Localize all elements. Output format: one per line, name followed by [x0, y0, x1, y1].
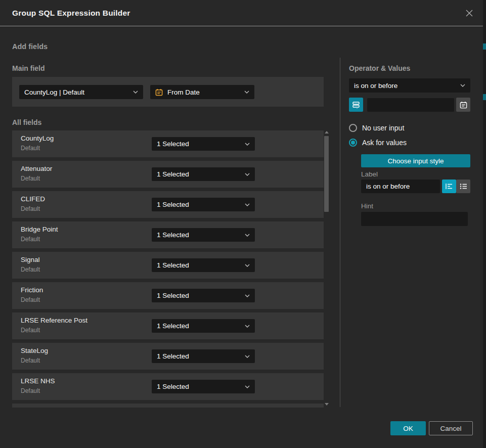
- field-name: CountyLog: [21, 135, 54, 142]
- cancel-button[interactable]: Cancel: [429, 421, 473, 435]
- field-selection-select[interactable]: 1 Selected: [152, 258, 255, 272]
- main-layer-select-value: CountyLog | Default: [24, 88, 84, 96]
- field-selection-value: 1 Selected: [157, 383, 189, 390]
- field-selection-select[interactable]: 1 Selected: [152, 380, 255, 393]
- radio-no-user-input[interactable]: No user input: [349, 124, 404, 132]
- main-field-panel: CountyLog | Default From Date: [12, 77, 324, 107]
- set-values-icon: [352, 101, 360, 109]
- background-accent-mark: [483, 43, 486, 50]
- radio-no-user-input-label: No user input: [362, 124, 404, 132]
- close-icon: [465, 9, 473, 17]
- scrollbar-thumb[interactable]: [324, 136, 329, 212]
- field-sublabel: Default: [21, 387, 40, 394]
- list-style-button[interactable]: [456, 180, 470, 193]
- field-name: Friction: [21, 286, 43, 294]
- list-scrollbar[interactable]: [324, 130, 329, 407]
- dialog-header: Group SQL Expression Builder: [0, 0, 483, 26]
- field-name: Signal: [21, 256, 40, 263]
- radio-checked-icon: [349, 139, 357, 147]
- label-input[interactable]: [361, 180, 440, 193]
- field-sublabel: Default: [21, 327, 40, 334]
- field-row: CLIFED Default 1 Selected: [12, 191, 324, 218]
- field-name: CLIFED: [21, 195, 45, 203]
- chevron-down-icon: [245, 355, 250, 358]
- field-sublabel: Default: [21, 266, 40, 273]
- field-name: StateLog: [21, 347, 48, 354]
- chevron-down-icon: [245, 264, 250, 267]
- main-layer-select[interactable]: CountyLog | Default: [19, 85, 143, 99]
- calendar-icon: [460, 101, 467, 109]
- single-line-style-icon: [446, 183, 453, 190]
- background-accent-mark: [483, 94, 486, 100]
- radio-ask-for-values-label: Ask for values: [362, 139, 407, 147]
- field-selection-select[interactable]: 1 Selected: [152, 137, 255, 151]
- chevron-down-icon: [133, 91, 138, 94]
- field-row: StateLog Default 1 Selected: [12, 343, 324, 370]
- set-values-button[interactable]: [349, 98, 363, 112]
- field-name: LRSE NHS: [21, 377, 55, 385]
- field-selection-select[interactable]: 1 Selected: [152, 319, 255, 333]
- main-field-select-value: From Date: [167, 88, 200, 96]
- panel-divider: [340, 58, 340, 407]
- chevron-down-icon: [245, 325, 250, 328]
- add-fields-heading: Add fields: [12, 42, 48, 51]
- group-sql-expression-builder-dialog: Group SQL Expression Builder Add fields …: [0, 0, 483, 448]
- chevron-down-icon: [245, 234, 250, 237]
- field-sublabel: Default: [21, 175, 40, 182]
- radio-ask-for-values[interactable]: Ask for values: [349, 139, 407, 147]
- radio-unchecked-icon: [349, 124, 357, 132]
- field-row: CountyLog Default 1 Selected: [12, 130, 324, 157]
- chevron-down-icon: [245, 294, 250, 297]
- field-selection-value: 1 Selected: [157, 170, 189, 178]
- field-selection-value: 1 Selected: [157, 292, 189, 299]
- field-sublabel: Default: [21, 296, 40, 303]
- field-row-clipped: [12, 404, 324, 408]
- operator-values-heading: Operator & Values: [349, 64, 410, 72]
- calendar-icon: [155, 88, 163, 96]
- all-fields-list: CountyLog Default 1 Selected Attenuator …: [12, 130, 324, 408]
- hint-field-label: Hint: [361, 202, 373, 210]
- close-button[interactable]: [464, 8, 475, 19]
- chevron-down-icon: [244, 91, 249, 94]
- field-selection-select[interactable]: 1 Selected: [152, 289, 255, 302]
- chevron-down-icon: [460, 84, 465, 87]
- field-name: Bridge Point: [21, 226, 58, 233]
- operator-select-value: is on or before: [354, 82, 397, 89]
- single-line-style-button[interactable]: [442, 180, 456, 193]
- chevron-down-icon: [245, 203, 250, 206]
- scroll-up-arrow-icon[interactable]: [325, 131, 329, 133]
- field-selection-value: 1 Selected: [157, 140, 189, 148]
- field-sublabel: Default: [21, 205, 40, 212]
- chevron-down-icon: [245, 143, 250, 146]
- scroll-down-arrow-icon[interactable]: [325, 403, 329, 406]
- main-field-label: Main field: [12, 64, 45, 72]
- background-app-strip: [483, 0, 486, 448]
- field-sublabel: Default: [21, 236, 40, 243]
- field-selection-value: 1 Selected: [157, 352, 189, 360]
- list-style-icon: [460, 183, 467, 190]
- field-selection-value: 1 Selected: [157, 231, 189, 239]
- field-name: Attenuator: [21, 165, 52, 172]
- field-selection-select[interactable]: 1 Selected: [152, 198, 255, 211]
- field-name: LRSE Reference Post: [21, 317, 87, 324]
- field-sublabel: Default: [21, 145, 40, 152]
- field-selection-value: 1 Selected: [157, 261, 189, 269]
- field-row: LRSE Reference Post Default 1 Selected: [12, 312, 324, 339]
- field-row: Attenuator Default 1 Selected: [12, 161, 324, 188]
- field-row: Signal Default 1 Selected: [12, 252, 324, 279]
- date-picker-button[interactable]: [456, 98, 470, 112]
- field-selection-value: 1 Selected: [157, 322, 189, 330]
- field-selection-select[interactable]: 1 Selected: [152, 228, 255, 242]
- ok-button[interactable]: OK: [390, 421, 426, 435]
- field-row: LRSE NHS Default 1 Selected: [12, 373, 324, 400]
- choose-input-style-button[interactable]: Choose input style: [361, 154, 470, 167]
- hint-input[interactable]: [361, 212, 468, 226]
- main-field-select[interactable]: From Date: [150, 85, 254, 99]
- date-value-input[interactable]: [367, 98, 454, 112]
- field-selection-select[interactable]: 1 Selected: [152, 167, 255, 181]
- field-selection-value: 1 Selected: [157, 201, 189, 208]
- operator-select[interactable]: is on or before: [349, 78, 470, 93]
- field-row: Bridge Point Default 1 Selected: [12, 221, 324, 248]
- chevron-down-icon: [245, 385, 250, 388]
- field-selection-select[interactable]: 1 Selected: [152, 349, 255, 363]
